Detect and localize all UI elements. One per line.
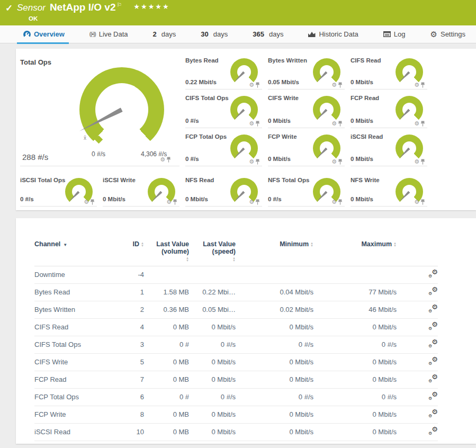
gauge-value: 0 Mbit/s	[351, 156, 373, 162]
channel-gauge-tile[interactable]: iSCSI Read 0 Mbit/s ⚙	[351, 128, 427, 166]
gauge-value: 0 Mbit/s	[351, 196, 373, 202]
gauge-needle	[399, 191, 410, 202]
channel-gauge-tile[interactable]: Bytes Read 0.22 Mbit/s ⚙	[185, 52, 262, 89]
gauge-pin-icon[interactable]	[338, 199, 343, 205]
channel-settings-gears-icon[interactable]: ⚙⚙	[428, 304, 438, 313]
channel-table-card: Channel▼ ID▲▼ Last Value (volume)▲▼ Last…	[16, 218, 476, 444]
gauge-settings-gear-icon[interactable]: ⚙	[331, 199, 337, 205]
column-header-minimum[interactable]: Minimum▲▼	[236, 240, 313, 266]
channel-name-cell[interactable]: CIFS Write	[34, 353, 122, 371]
tab-365-days[interactable]: 365 days	[253, 25, 283, 43]
channel-settings-gears-icon[interactable]: ⚙⚙	[428, 392, 438, 400]
channel-gauge-tile[interactable]: NFS Read 0 Mbit/s ⚙	[185, 166, 262, 207]
channel-name-cell[interactable]: Downtime	[34, 266, 122, 283]
channel-gauge-tile[interactable]: CIFS Total Ops 0 #/s ⚙	[185, 89, 262, 128]
channel-name-cell[interactable]: iSCSI Read	[34, 423, 122, 441]
channel-settings-gears-icon[interactable]: ⚙⚙	[428, 322, 438, 330]
channel-name-cell[interactable]: CIFS Total Ops	[34, 336, 122, 353]
gauge-value: 0 Mbit/s	[351, 79, 373, 85]
channel-gauge-tile[interactable]: FCP Total Ops 0 #/s ⚙	[185, 128, 262, 166]
column-header-id[interactable]: ID▲▼	[122, 240, 144, 266]
gauge-pin-icon[interactable]	[90, 199, 95, 205]
table-row: CIFS Write 5 0 MB 0 Mbit/s 0 Mbit/s 0 Mb…	[34, 353, 438, 371]
gauge-pin-icon[interactable]	[255, 159, 260, 165]
total-ops-gauge-tile[interactable]: Total Ops x̄ 0 #/s 4,306 #/s 288 #/s ⚙	[20, 52, 179, 166]
average-marker: x̄	[84, 135, 86, 141]
tab-30-days[interactable]: 30 days	[201, 25, 228, 43]
sensor-header: ✓ Sensor NetApp I/O v2 ⚐ ★★★★★ OK	[0, 0, 476, 25]
channel-gauge-tile[interactable]: iSCSI Write 0 Mbit/s ⚙	[103, 166, 179, 207]
main-gauge-needle	[78, 107, 123, 133]
tab-live-data[interactable]: ((•)) Live Data	[89, 25, 128, 43]
gauge-pin-icon[interactable]	[255, 199, 260, 205]
tab-log[interactable]: Log	[383, 25, 406, 43]
gauge-pin-icon[interactable]	[338, 159, 343, 165]
channel-gauge-tile[interactable]: NFS Total Ops 0 #/s ⚙	[268, 166, 345, 207]
tab-label: Historic Data	[319, 30, 358, 38]
channel-gauge-tile[interactable]: CIFS Read 0 Mbit/s ⚙	[351, 52, 427, 89]
channel-gauge-tile[interactable]: NFS Write 0 Mbit/s ⚙	[351, 166, 427, 207]
gauge-pin-icon[interactable]	[338, 82, 343, 88]
channel-settings-gears-icon[interactable]: ⚙⚙	[428, 287, 438, 295]
channel-settings-gears-icon[interactable]: ⚙⚙	[428, 357, 438, 365]
gauge-settings-gear-icon[interactable]: ⚙	[160, 157, 165, 163]
channel-name-cell[interactable]: FCP Read	[34, 371, 122, 388]
channel-settings-gears-icon[interactable]: ⚙⚙	[428, 339, 438, 348]
channel-gauge-tile[interactable]: CIFS Write 0 Mbit/s ⚙	[268, 89, 345, 128]
gauge-pin-icon[interactable]	[255, 82, 260, 88]
channel-gauge-tile[interactable]: Bytes Written 0.05 Mbit/s ⚙	[268, 52, 345, 89]
tab-2-days[interactable]: 2 days	[153, 25, 176, 43]
column-header-last-value-speed[interactable]: Last Value (speed)▲▼	[189, 240, 236, 266]
gauge-settings-gear-icon[interactable]: ⚙	[249, 159, 254, 165]
minimum-cell: 0 Mbit/s	[236, 371, 313, 388]
gauge-settings-gear-icon[interactable]: ⚙	[249, 121, 254, 127]
tab-overview[interactable]: Overview	[23, 25, 65, 43]
column-header-maximum[interactable]: Maximum▲▼	[313, 240, 397, 266]
gauge-settings-gear-icon[interactable]: ⚙	[414, 159, 419, 165]
gauge-settings-gear-icon[interactable]: ⚙	[331, 121, 337, 127]
gauge-settings-gear-icon[interactable]: ⚙	[414, 121, 419, 127]
minimum-cell	[236, 266, 313, 283]
channel-name-cell[interactable]: Bytes Written	[34, 301, 122, 318]
minimum-cell: 0 #/s	[236, 388, 313, 406]
tab-label: days	[161, 30, 176, 38]
gauge-settings-gear-icon[interactable]: ⚙	[166, 199, 172, 205]
gauge-pin-icon[interactable]	[166, 157, 171, 163]
column-header-last-value-volume[interactable]: Last Value (volume)▲▼	[144, 240, 189, 266]
gauge-settings-gear-icon[interactable]: ⚙	[249, 82, 254, 88]
gauge-value: 0 #/s	[185, 156, 199, 162]
tab-historic-data[interactable]: Historic Data	[308, 25, 358, 43]
channel-gauge-tile[interactable]: FCP Read 0 Mbit/s ⚙	[351, 89, 427, 128]
channel-name-cell[interactable]: CIFS Read	[34, 318, 122, 336]
priority-stars[interactable]: ★★★★★	[133, 3, 169, 11]
gauge-settings-gear-icon[interactable]: ⚙	[414, 199, 419, 205]
gauge-pin-icon[interactable]	[173, 199, 177, 205]
channel-name-cell[interactable]: FCP Total Ops	[34, 388, 122, 406]
gauge-pin-icon[interactable]	[420, 82, 425, 88]
maximum-cell: 0 Mbit/s	[313, 406, 397, 423]
channel-name-cell[interactable]: FCP Write	[34, 406, 122, 423]
gauge-min-label: 0 #/s	[92, 150, 105, 158]
last-value-volume-cell: 0 MB	[144, 406, 189, 423]
gauge-pin-icon[interactable]	[420, 199, 425, 205]
gauge-settings-gear-icon[interactable]: ⚙	[249, 199, 254, 205]
gauge-settings-gear-icon[interactable]: ⚙	[331, 82, 337, 88]
gauge-pin-icon[interactable]	[420, 121, 425, 127]
gauge-pin-icon[interactable]	[338, 121, 343, 127]
gauge-pin-icon[interactable]	[420, 159, 425, 165]
priority-flag-icon[interactable]: ⚐	[116, 2, 122, 8]
channel-settings-gears-icon[interactable]: ⚙⚙	[428, 374, 438, 383]
gauge-pin-icon[interactable]	[255, 121, 260, 127]
table-row: iSCSI Read 10 0 MB 0 Mbit/s 0 Mbit/s 0 M…	[34, 423, 438, 441]
gauge-settings-gear-icon[interactable]: ⚙	[84, 199, 89, 205]
tab-settings[interactable]: ⚙ Settings	[430, 25, 465, 43]
column-header-channel[interactable]: Channel▼	[34, 240, 122, 266]
channel-gauge-tile[interactable]: iSCSI Total Ops 0 #/s ⚙	[20, 166, 97, 207]
channel-settings-gears-icon[interactable]: ⚙⚙	[428, 270, 438, 278]
channel-gauge-tile[interactable]: FCP Write 0 Mbit/s ⚙	[268, 128, 345, 166]
channel-settings-gears-icon[interactable]: ⚙⚙	[428, 427, 438, 435]
channel-name-cell[interactable]: Bytes Read	[34, 283, 122, 301]
channel-settings-gears-icon[interactable]: ⚙⚙	[428, 409, 438, 418]
gauge-settings-gear-icon[interactable]: ⚙	[331, 159, 337, 165]
gauge-settings-gear-icon[interactable]: ⚙	[414, 82, 419, 88]
